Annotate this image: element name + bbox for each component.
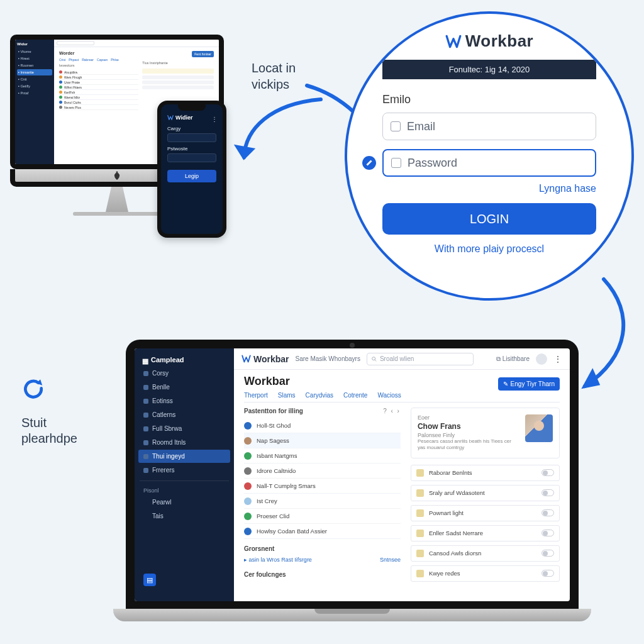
forgot-link[interactable]: Lyngna hase bbox=[382, 183, 596, 194]
imac-sidebar: Widur ▪ Vitome▪ Hirest▪ Roumen▪ Innsartt… bbox=[15, 40, 54, 164]
login-footer-link[interactable]: With more plaiy procescl bbox=[382, 243, 596, 255]
mb-item-row[interactable]: Kwye redes bbox=[411, 565, 560, 582]
mb-list-row[interactable]: Isbant Nartgms bbox=[244, 448, 401, 464]
login-section-label: Emilo bbox=[382, 93, 596, 106]
imac-list-row[interactable]: KerlFsh bbox=[59, 90, 138, 95]
imac-brand: Widur bbox=[17, 42, 52, 46]
profile-avatar bbox=[525, 414, 553, 442]
refresh-caption: Stuit plearhdpe bbox=[21, 415, 77, 447]
iphone-device: ⋮ Widier Cargy Pstwoste Legip bbox=[157, 101, 226, 238]
mb-list-row[interactable]: Howlsy Codan Batd Assier bbox=[244, 524, 401, 539]
imac-sidebar-item[interactable]: ▪ Pntaf bbox=[17, 90, 52, 96]
imac-section2-title: Tius Instriphante bbox=[142, 61, 214, 65]
imac-tab[interactable]: Crist bbox=[59, 58, 65, 62]
toggle-icon[interactable] bbox=[541, 530, 554, 536]
mb-item-row[interactable]: Raborar Benlnts bbox=[411, 465, 560, 481]
mb-list-row[interactable]: Proeser Clid bbox=[244, 509, 401, 524]
login-datebar: Fonultec: 1ig 14, 2020 bbox=[382, 60, 596, 79]
imac-search-input[interactable] bbox=[57, 41, 94, 45]
mb-search-input[interactable]: Sroald wlien bbox=[367, 353, 474, 365]
mb-item-row[interactable]: Enller Sadst Nerrare bbox=[411, 525, 560, 541]
imac-list-row[interactable]: Usar Pnate bbox=[59, 80, 138, 85]
mb-list-row[interactable]: Idrore Caltnido bbox=[244, 464, 401, 479]
panel-controls-icon[interactable]: ? ‹ › bbox=[383, 408, 401, 414]
mb-sidebar-item[interactable]: Frrerers bbox=[138, 464, 230, 477]
toggle-icon[interactable] bbox=[541, 469, 554, 476]
imac-page-title: Worder bbox=[59, 51, 138, 55]
login-button[interactable]: LOGIN bbox=[382, 203, 596, 235]
password-field[interactable]: Password bbox=[382, 149, 596, 177]
mb-sidebar-item[interactable]: Tais bbox=[138, 509, 230, 523]
mb-tab[interactable]: Wacioss bbox=[377, 392, 401, 399]
imac-sidebar-item[interactable]: ▪ Cntt bbox=[17, 76, 52, 82]
mb-item-row[interactable]: Cansod Awls diorsn bbox=[411, 545, 560, 562]
imac-section1-title: Iwvesitors bbox=[59, 64, 138, 67]
checkbox-icon bbox=[391, 158, 401, 168]
macbook-device: ▦ Camplead CorsyBenlleEotinssCatlernsFul… bbox=[113, 340, 591, 621]
mb-tab[interactable]: Therport bbox=[244, 392, 268, 399]
refresh-icon bbox=[21, 377, 45, 401]
imac-sidebar-item[interactable]: ▪ Vitome bbox=[17, 48, 52, 55]
mb-sidebar-item[interactable]: Benlle bbox=[138, 380, 230, 394]
iphone-password-input[interactable] bbox=[167, 153, 216, 162]
toggle-icon[interactable] bbox=[541, 550, 554, 557]
profile-desc: Pesecars cassd anrlils beath his Tiees c… bbox=[418, 438, 519, 452]
mb-list-row[interactable]: Nap Sagess bbox=[244, 433, 401, 448]
mb-list-row[interactable]: Holl-St Ghod bbox=[244, 418, 401, 433]
iphone-login-button[interactable]: Legip bbox=[167, 170, 216, 182]
imac-action-button[interactable]: Fent hminer bbox=[192, 51, 214, 57]
toggle-icon[interactable] bbox=[541, 509, 554, 516]
mb-sidebar-item[interactable]: Corsy bbox=[138, 367, 230, 380]
iphone-brand: Widier bbox=[167, 114, 216, 121]
imac-sidebar-item[interactable]: ▪ Getifly bbox=[17, 83, 52, 89]
profile-role: Palonsee Finly bbox=[418, 432, 519, 438]
toggle-icon[interactable] bbox=[541, 570, 554, 577]
mb-sidebar-header: ▦ Camplead bbox=[138, 353, 230, 366]
mb-list-row[interactable]: Nall-T Cumplrg Smars bbox=[244, 479, 401, 494]
imac-highlight-row bbox=[142, 69, 214, 74]
imac-sidebar-item[interactable]: ▪ Innsartte bbox=[17, 69, 52, 75]
mb-item-row[interactable]: Sraly aruf Wdasotent bbox=[411, 485, 560, 501]
imac-list-row[interactable]: Aisuptlirw bbox=[59, 70, 138, 75]
imac-sidebar-item[interactable]: ▪ Roumen bbox=[17, 62, 52, 69]
login-brand: Workbar bbox=[382, 31, 596, 51]
iphone-email-input[interactable] bbox=[167, 133, 216, 142]
imac-sidebar-item[interactable]: ▪ Hirest bbox=[17, 55, 52, 62]
mb-sidebar-item[interactable]: Thui ingeyd bbox=[138, 450, 230, 463]
mb-sidebar-item[interactable]: Eotinss bbox=[138, 394, 230, 408]
imac-tab[interactable]: Capsen bbox=[97, 58, 108, 62]
profile-eyebrow: Eoer bbox=[418, 414, 519, 421]
email-field[interactable]: Email bbox=[382, 113, 596, 140]
mb-brand: Workbar bbox=[242, 354, 289, 364]
profile-name: Chow Frans bbox=[418, 422, 519, 431]
mb-user-avatar-icon[interactable] bbox=[536, 353, 547, 365]
mb-item-row[interactable]: Pownart light bbox=[411, 505, 560, 521]
imac-tab[interactable]: Phlse bbox=[111, 58, 119, 62]
imac-tab[interactable]: Phpaut bbox=[69, 58, 79, 62]
iphone-more-icon[interactable]: ⋮ bbox=[211, 116, 218, 123]
mb-subrow[interactable]: ▸ asin la Wros Rast Iifsrgre Sntnsee bbox=[244, 555, 401, 565]
arrow-to-macbook-icon bbox=[547, 275, 641, 395]
mb-breadcrumb: Sare Masik Whonbayrs bbox=[296, 355, 360, 362]
svg-marker-0 bbox=[238, 147, 252, 157]
profile-card: Eoer Chow Frans Palonsee Finly Pesecars … bbox=[411, 408, 560, 458]
imac-tab[interactable]: Rabnser bbox=[82, 58, 94, 62]
mb-sidebar-item[interactable]: Catlerns bbox=[138, 408, 230, 421]
imac-list-row[interactable]: Bsnul Ciohs bbox=[59, 100, 138, 105]
mb-sidebar-item[interactable]: Pearwl bbox=[138, 496, 230, 509]
mb-tab[interactable]: Slams bbox=[278, 392, 296, 399]
imac-list-row[interactable]: Wihnt Fitters bbox=[59, 85, 138, 90]
mb-sidebar-item[interactable]: Roomd Itnls bbox=[138, 436, 230, 449]
mb-tab[interactable]: Cotrente bbox=[343, 392, 367, 399]
toggle-icon[interactable] bbox=[541, 489, 554, 496]
checkbox-icon bbox=[391, 121, 401, 131]
mb-top-icon-label[interactable]: ⧉ Lisithbare bbox=[496, 355, 530, 363]
imac-list-row[interactable]: Werral Mitn bbox=[59, 95, 138, 100]
mb-sidebar-bottom-icon[interactable]: ▤ bbox=[143, 574, 156, 586]
mb-sidebar-item[interactable]: Full Sbrwa bbox=[138, 422, 230, 435]
mb-tab[interactable]: Carydvias bbox=[306, 392, 333, 399]
mb-list-row[interactable]: Ist Crey bbox=[244, 494, 401, 509]
imac-list-row[interactable]: Wers Flnogh bbox=[59, 75, 138, 80]
imac-list-row[interactable]: Nevers Plus bbox=[59, 105, 138, 110]
mb-sidebar-group-label: Pisonl bbox=[138, 485, 230, 495]
